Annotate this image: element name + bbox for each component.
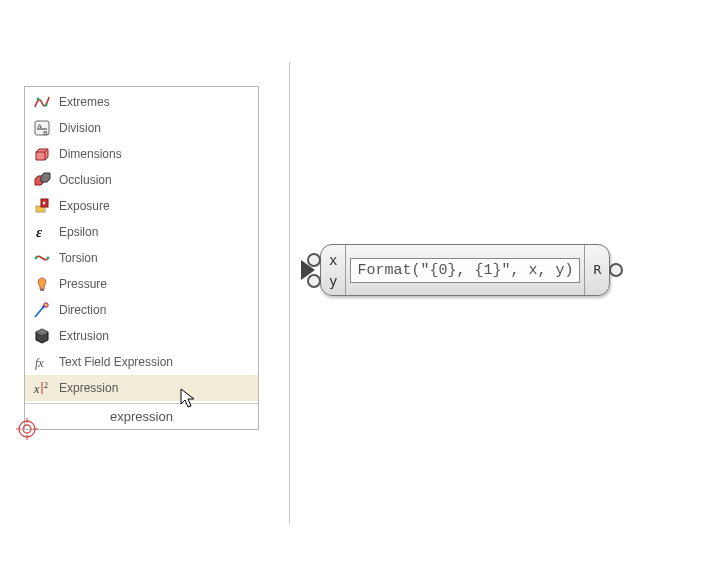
node-inputs: x y: [321, 245, 346, 295]
pressure-icon: [33, 275, 51, 293]
svg-text:fx: fx: [35, 356, 44, 370]
fx-icon: fx: [33, 353, 51, 371]
input-port-y[interactable]: y: [329, 271, 337, 291]
menu-item-label: Epsilon: [59, 225, 98, 239]
menu-item-exposure[interactable]: Exposure: [25, 193, 258, 219]
menu-item-label: Dimensions: [59, 147, 122, 161]
menu-item-label: Direction: [59, 303, 106, 317]
menu-item-torsion[interactable]: Torsion: [25, 245, 258, 271]
search-input[interactable]: expression: [25, 403, 258, 429]
xsq-icon: x2: [33, 379, 51, 397]
menu-item-pressure[interactable]: Pressure: [25, 271, 258, 297]
svg-point-1: [45, 104, 48, 107]
dimensions-icon: [33, 145, 51, 163]
menu-item-label: Torsion: [59, 251, 98, 265]
svg-marker-11: [41, 173, 50, 182]
menu-item-dimensions[interactable]: Dimensions: [25, 141, 258, 167]
menu-item-label: Extrusion: [59, 329, 109, 343]
division-icon: AB: [33, 119, 51, 137]
svg-text:x: x: [33, 382, 40, 396]
menu-item-label: Pressure: [59, 277, 107, 291]
node-body: Format("{0}, {1}", x, y): [346, 245, 584, 295]
direction-icon: [33, 301, 51, 319]
vertical-divider: [289, 62, 290, 524]
menu-item-occlusion[interactable]: Occlusion: [25, 167, 258, 193]
svg-point-21: [44, 303, 48, 307]
exposure-icon: [33, 197, 51, 215]
menu-item-division[interactable]: AB Division: [25, 115, 258, 141]
epsilon-icon: ε: [33, 223, 51, 241]
svg-point-29: [23, 425, 31, 433]
menu-item-epsilon[interactable]: ε Epsilon: [25, 219, 258, 245]
expression-node[interactable]: x y Format("{0}, {1}", x, y) R: [320, 244, 610, 296]
svg-text:2: 2: [44, 381, 48, 390]
menu-item-expression[interactable]: x2 Expression: [25, 375, 258, 401]
torsion-icon: [33, 249, 51, 267]
menu-item-extrusion[interactable]: Extrusion: [25, 323, 258, 349]
menu-item-label: Division: [59, 121, 101, 135]
svg-point-16: [35, 257, 38, 260]
menu-item-text-field-expression[interactable]: fx Text Field Expression: [25, 349, 258, 375]
menu-item-extremes[interactable]: Extremes: [25, 89, 258, 115]
svg-point-17: [47, 257, 50, 260]
search-text: expression: [110, 409, 173, 424]
occlusion-icon: [33, 171, 51, 189]
svg-point-28: [19, 421, 35, 437]
svg-point-0: [37, 98, 40, 101]
expression-field[interactable]: Format("{0}, {1}", x, y): [350, 258, 580, 283]
menu-item-label: Extremes: [59, 95, 110, 109]
extrusion-icon: [33, 327, 51, 345]
input-port-x[interactable]: x: [329, 250, 337, 270]
output-port-r[interactable]: R: [593, 260, 601, 280]
menu-item-label: Exposure: [59, 199, 110, 213]
target-marker-icon: [16, 418, 38, 440]
extremes-icon: [33, 93, 51, 111]
svg-rect-18: [40, 289, 44, 291]
svg-point-14: [43, 202, 45, 204]
component-search-panel: Extremes AB Division Dimensions Occlusio…: [24, 86, 259, 430]
menu-item-direction[interactable]: Direction: [25, 297, 258, 323]
node-outputs: R: [584, 245, 609, 295]
menu-item-label: Expression: [59, 381, 118, 395]
menu-item-label: Text Field Expression: [59, 355, 173, 369]
svg-text:B: B: [43, 129, 48, 137]
svg-text:ε: ε: [36, 224, 43, 240]
menu-item-label: Occlusion: [59, 173, 112, 187]
